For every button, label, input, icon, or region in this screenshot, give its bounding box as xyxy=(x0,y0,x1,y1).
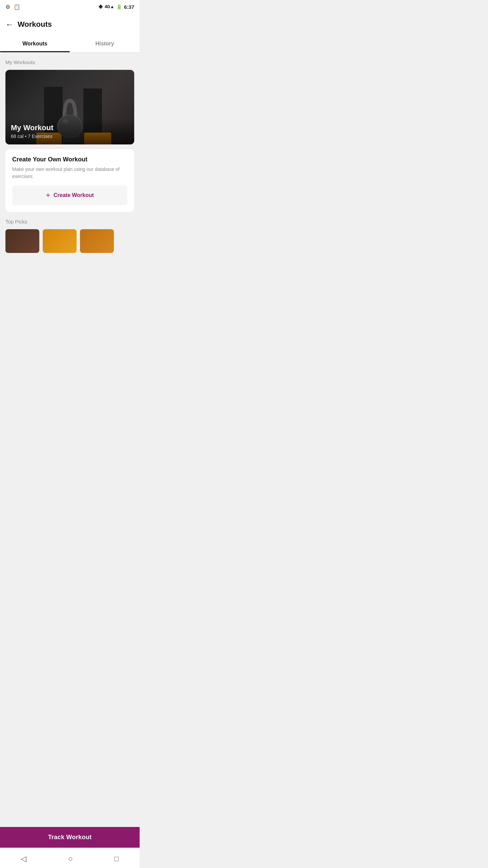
create-card-title: Create Your Own Workout xyxy=(12,156,127,163)
create-plus-icon: + xyxy=(46,191,50,200)
app-bar: ← Workouts xyxy=(0,14,140,35)
bluetooth-icon: ✙ xyxy=(99,4,103,9)
calories-text: 68 cal xyxy=(11,134,23,139)
main-content: My Workouts xyxy=(0,53,140,304)
top-pick-item-1[interactable] xyxy=(5,229,39,253)
tabs-container: Workouts History xyxy=(0,35,140,53)
top-pick-item-3[interactable] xyxy=(80,229,114,253)
status-left-icons: ⚙ 📋 xyxy=(5,4,20,10)
nav-recent-button[interactable]: □ xyxy=(114,854,119,863)
create-workout-label: Create Workout xyxy=(54,192,94,198)
nav-back-button[interactable]: ◁ xyxy=(21,854,26,863)
track-workout-button[interactable]: Track Workout xyxy=(0,827,140,848)
meta-dot: • xyxy=(25,134,26,139)
create-card-description: Make your own workout plan using our dat… xyxy=(12,166,127,180)
nav-home-button[interactable]: ○ xyxy=(68,854,73,863)
my-workouts-label: My Workouts xyxy=(5,59,134,65)
app-bar-title: Workouts xyxy=(18,20,52,29)
back-button[interactable]: ← xyxy=(5,20,14,29)
settings-icon: ⚙ xyxy=(5,4,10,10)
clipboard-icon: 📋 xyxy=(14,4,20,10)
top-pick-item-2[interactable] xyxy=(43,229,77,253)
workout-card-meta: 68 cal • 7 Exercises xyxy=(11,134,129,139)
signal-4g: 4G▲ xyxy=(105,4,114,9)
tab-workouts[interactable]: Workouts xyxy=(0,35,70,52)
nav-bar: ◁ ○ □ xyxy=(0,849,140,868)
workout-card-overlay: My Workout 68 cal • 7 Exercises xyxy=(5,118,134,144)
create-workout-card: Create Your Own Workout Make your own wo… xyxy=(5,149,134,212)
create-workout-button[interactable]: + Create Workout xyxy=(12,185,127,205)
status-bar: ⚙ 📋 ✙ 4G▲ 🔋 6:37 xyxy=(0,0,140,14)
top-picks-label: Top Picks xyxy=(5,219,134,224)
top-picks-strip xyxy=(5,229,134,253)
tab-history[interactable]: History xyxy=(70,35,140,52)
workout-card-title: My Workout xyxy=(11,123,129,132)
battery-icon: 🔋 xyxy=(116,4,122,9)
my-workout-card[interactable]: My Workout 68 cal • 7 Exercises xyxy=(5,70,134,144)
exercises-text: 7 Exercises xyxy=(28,134,52,139)
status-right-area: ✙ 4G▲ 🔋 6:37 xyxy=(99,4,134,10)
status-time: 6:37 xyxy=(124,4,134,10)
